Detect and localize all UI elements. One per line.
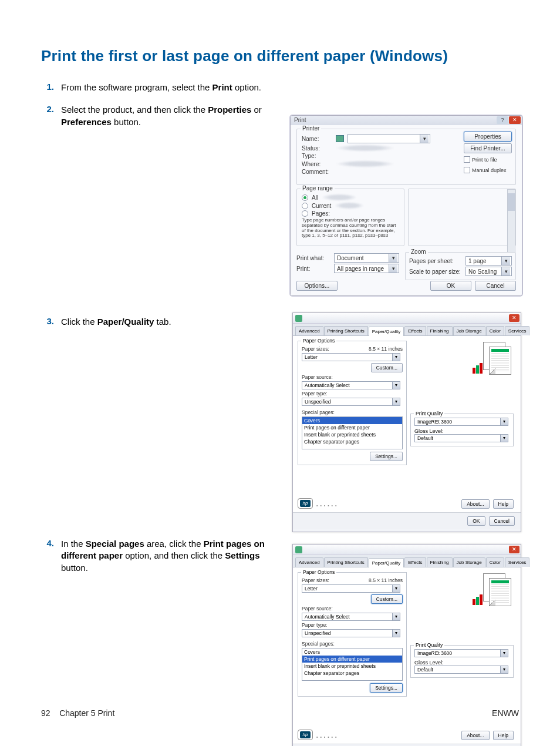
tab-strip: Advanced Printing Shortcuts Paper/Qualit…	[293, 555, 521, 567]
paper-source-combo[interactable]: Automatically Select	[302, 613, 400, 621]
tab-color[interactable]: Color	[486, 557, 504, 567]
printer-name-combo[interactable]	[348, 134, 430, 143]
print-what-combo[interactable]: Document	[334, 253, 399, 263]
range-hint: Type page numbers and/or page ranges sep…	[302, 218, 399, 238]
current-radio[interactable]	[302, 203, 308, 209]
printer-icon	[336, 135, 344, 142]
current-radio-label: Current	[312, 203, 331, 209]
cancel-button[interactable]: Cancel	[475, 281, 516, 291]
scale-combo[interactable]: No Scaling	[465, 267, 512, 276]
paper-type-combo[interactable]: Unspecified	[302, 398, 400, 406]
print-quality-group-label: Print Quality	[414, 411, 444, 416]
list-item[interactable]: Covers	[302, 648, 402, 656]
page-footer: 92 Chapter 5 Print ENWW	[41, 708, 519, 718]
list-item[interactable]: Covers	[302, 417, 402, 424]
print-dialog-screenshot: Print ? ✕ Printer Name: Properties Find …	[290, 115, 522, 296]
help-button[interactable]: Help	[493, 499, 514, 509]
scale-label: Scale to paper size:	[409, 268, 462, 275]
special-pages-list[interactable]: Covers Print pages on different paper In…	[302, 648, 403, 681]
footer-page-number: 92	[41, 708, 50, 718]
print-to-file-checkbox[interactable]	[464, 156, 470, 163]
cancel-button[interactable]: Cancel	[489, 516, 515, 526]
print-quality-group-label: Print Quality	[414, 642, 444, 648]
paper-type-label: Paper type:	[302, 391, 403, 396]
list-item[interactable]: Print pages on different paper	[302, 424, 402, 431]
print-quality-combo[interactable]: ImageREt 3600	[414, 418, 508, 426]
dialog-titlebar: ✕	[293, 313, 521, 324]
print-select-combo[interactable]: All pages in range	[334, 264, 399, 273]
about-button[interactable]: About...	[461, 731, 489, 740]
gloss-level-combo[interactable]: Default	[414, 666, 508, 674]
list-item[interactable]: Print pages on different paper	[302, 656, 402, 663]
hp-logo-icon: hp	[298, 498, 313, 509]
step-text: Click the Paper/Quality tab.	[61, 316, 171, 328]
tab-services[interactable]: Services	[505, 326, 530, 335]
manual-duplex-checkbox[interactable]	[464, 167, 470, 173]
gloss-level-combo[interactable]: Default	[414, 434, 508, 442]
paper-sizes-combo[interactable]: Letter	[302, 353, 400, 361]
print-select-label: Print:	[296, 266, 330, 272]
tab-paper-quality[interactable]: Paper/Quality	[369, 327, 404, 336]
about-button[interactable]: About...	[461, 499, 489, 509]
tab-job-storage[interactable]: Job Storage	[453, 326, 485, 335]
paper-source-combo[interactable]: Automatically Select	[302, 381, 400, 389]
tab-color[interactable]: Color	[486, 326, 504, 335]
special-pages-label: Special pages:	[302, 641, 403, 647]
list-item[interactable]: Chapter separator pages	[302, 438, 402, 445]
paper-type-combo[interactable]: Unspecified	[302, 629, 400, 637]
step-number: 3.	[41, 316, 61, 326]
paper-options-group-label: Paper Options	[301, 569, 336, 575]
paper-sizes-label: Paper sizes:	[302, 577, 329, 583]
all-radio-label: All	[312, 194, 318, 201]
custom-button[interactable]: Custom...	[371, 363, 403, 372]
step-text: Select the product, and then click the P…	[61, 104, 266, 128]
close-icon[interactable]: ✕	[509, 314, 519, 322]
tab-finishing[interactable]: Finishing	[427, 326, 453, 335]
list-item[interactable]: Insert blank or preprinted sheets	[302, 663, 402, 670]
paper-sizes-label: Paper sizes:	[302, 346, 329, 352]
tab-printing-shortcuts[interactable]: Printing Shortcuts	[324, 557, 368, 567]
special-pages-list[interactable]: Covers Print pages on different paper In…	[302, 416, 403, 449]
find-printer-button[interactable]: Find Printer...	[464, 143, 512, 153]
ok-button[interactable]: OK	[430, 281, 471, 291]
tab-effects[interactable]: Effects	[404, 326, 426, 335]
step-text: From the software program, select the Pr…	[61, 82, 261, 93]
page-preview	[473, 342, 514, 375]
print-to-file-label: Print to file	[472, 157, 497, 163]
close-icon[interactable]: ✕	[509, 116, 521, 124]
print-quality-combo[interactable]: ImageREt 3600	[414, 649, 508, 657]
ok-button[interactable]: OK	[467, 516, 485, 526]
tab-printing-shortcuts[interactable]: Printing Shortcuts	[324, 326, 368, 335]
pages-radio-label: Pages:	[312, 210, 330, 217]
step-number: 1.	[41, 82, 61, 92]
list-item[interactable]: Chapter separator pages	[302, 670, 402, 677]
help-icon[interactable]: ?	[497, 116, 508, 124]
tab-paper-quality[interactable]: Paper/Quality	[369, 558, 404, 567]
gloss-level-label: Gloss Level:	[414, 428, 510, 434]
custom-button[interactable]: Custom...	[371, 594, 403, 604]
paper-options-group-label: Paper Options	[301, 338, 336, 344]
settings-button[interactable]: Settings...	[370, 452, 403, 461]
tab-advanced[interactable]: Advanced	[295, 557, 323, 567]
tab-strip: Advanced Printing Shortcuts Paper/Qualit…	[293, 324, 521, 336]
help-button[interactable]: Help	[493, 731, 514, 740]
close-icon[interactable]: ✕	[509, 546, 519, 553]
tab-effects[interactable]: Effects	[404, 557, 426, 567]
settings-button[interactable]: Settings...	[370, 683, 403, 693]
paper-sizes-combo[interactable]: Letter	[302, 584, 400, 593]
pages-per-sheet-combo[interactable]: 1 page	[465, 256, 512, 266]
paper-sizes-dim: 8.5 × 11 inches	[369, 577, 403, 583]
pages-radio[interactable]	[302, 210, 308, 217]
properties-button[interactable]: Properties	[464, 132, 512, 142]
tab-advanced[interactable]: Advanced	[295, 326, 323, 335]
type-label: Type:	[302, 153, 332, 159]
all-radio[interactable]	[302, 194, 308, 201]
tab-finishing[interactable]: Finishing	[427, 557, 453, 567]
page-preview	[473, 573, 514, 606]
list-item[interactable]: Insert blank or preprinted sheets	[302, 431, 402, 438]
options-button[interactable]: Options...	[296, 281, 338, 291]
tab-services[interactable]: Services	[505, 557, 530, 567]
printer-icon	[295, 546, 302, 553]
page-title: Print the first or last page on differen…	[41, 47, 519, 65]
tab-job-storage[interactable]: Job Storage	[453, 557, 485, 567]
